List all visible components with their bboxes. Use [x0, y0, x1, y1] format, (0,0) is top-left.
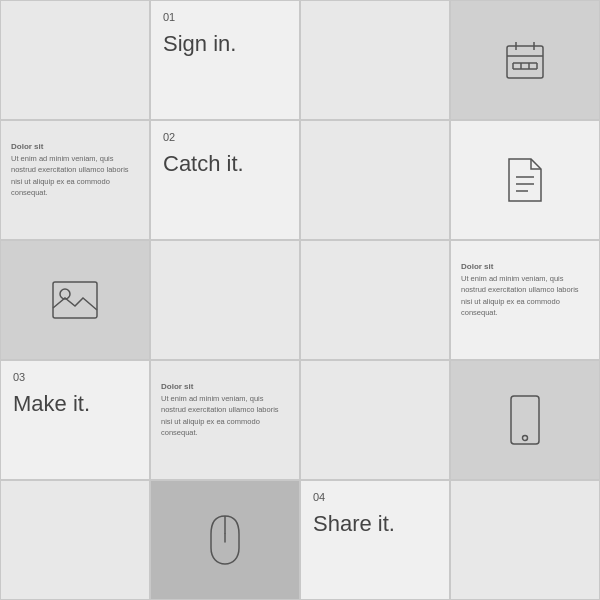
- mouse-icon: [205, 512, 245, 568]
- svg-rect-0: [507, 46, 543, 78]
- step2-title: Catch it.: [163, 151, 244, 177]
- cell-mouse-icon: [150, 480, 300, 600]
- cell-r3c4: Dolor sit Ut enim ad minim veniam, quis …: [450, 240, 600, 360]
- cell-step3: 03 Make it.: [0, 360, 150, 480]
- cell-r1c1: [0, 0, 150, 120]
- step3-number: 03: [13, 371, 25, 384]
- step1-title: Sign in.: [163, 31, 236, 57]
- cell-document-icon: [450, 120, 600, 240]
- cell-r3c2: [150, 240, 300, 360]
- body-text-r3c4: Dolor sit Ut enim ad minim veniam, quis …: [461, 261, 589, 318]
- cell-r3c3: [300, 240, 450, 360]
- svg-point-16: [523, 436, 528, 441]
- cell-r5c1: [0, 480, 150, 600]
- cell-r2c1: Dolor sit Ut enim ad minim veniam, quis …: [0, 120, 150, 240]
- step1-number: 01: [163, 11, 175, 24]
- cell-step1: 01 Sign in.: [150, 0, 300, 120]
- step4-number: 04: [313, 491, 325, 504]
- cell-calendar-icon: [450, 0, 600, 120]
- cell-r4c3: [300, 360, 450, 480]
- cell-tablet-icon: [450, 360, 600, 480]
- svg-rect-15: [511, 396, 539, 444]
- cell-r5c4: [450, 480, 600, 600]
- calendar-icon: [501, 36, 549, 84]
- cell-r1c3: [300, 0, 450, 120]
- cell-step4: 04 Share it.: [300, 480, 450, 600]
- cell-r4c2: Dolor sit Ut enim ad minim veniam, quis …: [150, 360, 300, 480]
- tablet-icon: [507, 394, 543, 446]
- body-text-r2c1: Dolor sit Ut enim ad minim veniam, quis …: [11, 141, 139, 198]
- step4-title: Share it.: [313, 511, 395, 537]
- step2-number: 02: [163, 131, 175, 144]
- main-grid: 01 Sign in. Dolor sit Ut enim ad mini: [0, 0, 600, 600]
- document-icon: [503, 155, 547, 205]
- step3-title: Make it.: [13, 391, 90, 417]
- cell-r2c3: [300, 120, 450, 240]
- svg-rect-13: [53, 282, 97, 318]
- cell-photo-icon: [0, 240, 150, 360]
- body-text-r4c2: Dolor sit Ut enim ad minim veniam, quis …: [161, 381, 289, 438]
- cell-step2: 02 Catch it.: [150, 120, 300, 240]
- photo-icon: [49, 278, 101, 322]
